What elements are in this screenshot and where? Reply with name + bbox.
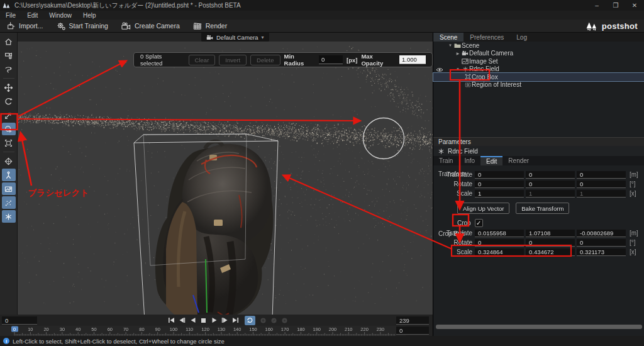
record-button-3[interactable] — [279, 316, 290, 325]
align-up-vector-button[interactable]: Align Up Vector — [457, 203, 509, 214]
camera-selector[interactable]: Default Camera ▾ — [201, 33, 269, 42]
maximize-icon[interactable]: ❐ — [606, 0, 625, 11]
create-camera-button[interactable]: Create Camera — [114, 20, 186, 33]
scale-x-input[interactable] — [475, 190, 524, 198]
svg-text:230: 230 — [377, 326, 385, 332]
crop-rotate-z-input[interactable] — [577, 239, 626, 247]
rotate-y-input[interactable] — [526, 181, 575, 188]
loop-toggle[interactable] — [245, 316, 255, 325]
camera-selector-label: Default Camera — [216, 34, 258, 41]
tree-node-rdnc-field[interactable]: ▼ Rdnc Field — [433, 65, 644, 74]
menu-help[interactable]: Help — [77, 11, 102, 20]
tree-node-region-of-interest[interactable]: Region of Interest — [433, 81, 644, 89]
edit-tab-body: Transform Translate [m] Rotate [°] Scal — [433, 165, 644, 256]
import-button[interactable]: Import... — [0, 20, 50, 33]
show-splats-toggle[interactable] — [2, 210, 16, 223]
tab-train[interactable]: Train — [433, 156, 458, 165]
menu-file[interactable]: File — [0, 11, 21, 20]
crop-checkbox[interactable]: ✓ — [475, 219, 483, 227]
crop-translate-z-input[interactable] — [577, 230, 626, 237]
tab-log[interactable]: Log — [510, 33, 533, 42]
crop-scale-z-input[interactable] — [577, 248, 626, 256]
camera-icon — [461, 50, 469, 56]
tab-render[interactable]: Render — [502, 156, 535, 165]
crop-translate-x-input[interactable] — [475, 230, 524, 237]
status-bar: i Left-Click to select, Shift+Left-Click… — [0, 336, 644, 346]
brush-select-tool[interactable] — [2, 123, 16, 135]
play-reverse-button[interactable] — [187, 316, 198, 325]
scale-z-input[interactable] — [577, 190, 626, 198]
svg-text:90: 90 — [155, 326, 160, 332]
wireframe-toggle[interactable] — [2, 155, 16, 167]
tree-node-image-set[interactable]: Image Set — [433, 57, 644, 65]
scale-tool[interactable] — [2, 109, 16, 121]
clear-button[interactable]: Clear — [189, 55, 216, 65]
record-button-1[interactable] — [258, 316, 269, 325]
move-tool[interactable] — [2, 81, 16, 94]
main-toolbar: Import... Start Training Create Camera R… — [0, 20, 644, 33]
start-training-button[interactable]: Start Training — [50, 20, 114, 33]
translate-z-input[interactable] — [577, 171, 626, 179]
movie-camera-icon — [121, 21, 131, 31]
camera-icon — [206, 35, 213, 40]
rotate-x-input[interactable] — [475, 181, 524, 188]
crop-rotate-y-input[interactable] — [526, 239, 575, 247]
record-button-2[interactable] — [269, 316, 279, 325]
tab-preferences[interactable]: Preferences — [464, 33, 510, 42]
timeline-ruler[interactable]: 0102030405060708090100110120130140150160… — [0, 326, 406, 336]
tab-edit[interactable]: Edit — [480, 156, 502, 165]
invert-button[interactable]: Invert — [219, 55, 247, 65]
crop-scale-x-input[interactable] — [475, 248, 524, 256]
crop-rotate-x-input[interactable] — [475, 239, 524, 247]
rotate-z-input[interactable] — [577, 181, 626, 188]
translate-y-input[interactable] — [526, 171, 575, 179]
loop-frame-input[interactable] — [396, 326, 429, 335]
stop-button[interactable] — [198, 316, 209, 325]
close-icon[interactable]: ✕ — [625, 0, 644, 11]
splat-edit-toolbar: 0 Splats selected Clear Invert Delete Mi… — [133, 52, 433, 67]
step-forward-button[interactable] — [219, 316, 230, 325]
show-cameras-toggle[interactable] — [2, 169, 16, 181]
viewport-3d[interactable]: 0 Splats selected Clear Invert Delete Mi… — [18, 42, 433, 315]
bake-transform-button[interactable]: Bake Transform — [516, 203, 569, 214]
crop-scale-y-input[interactable] — [526, 248, 575, 256]
move-icon — [4, 84, 13, 92]
visibility-eye-icon[interactable] — [436, 67, 443, 74]
end-frame-input[interactable] — [396, 316, 429, 325]
show-points-toggle[interactable] — [2, 196, 16, 209]
min-radius-input[interactable] — [319, 55, 343, 64]
parameters-node-row: Rdnc Field — [433, 146, 644, 156]
menu-window[interactable]: Window — [43, 11, 77, 20]
tree-node-crop-box[interactable]: Crop Box — [433, 73, 644, 81]
scale-y-input[interactable] — [526, 190, 575, 198]
crop-translate-y-input[interactable] — [526, 230, 575, 237]
skip-to-end-button[interactable] — [230, 316, 241, 325]
box-select-tool[interactable] — [2, 137, 16, 149]
tab-info[interactable]: Info — [458, 156, 480, 165]
gears-icon — [56, 21, 66, 31]
render-button[interactable]: Render — [186, 20, 233, 33]
menu-edit[interactable]: Edit — [21, 11, 43, 20]
skip-to-start-button[interactable] — [166, 316, 177, 325]
home-view-tool[interactable] — [2, 35, 16, 48]
svg-text:10: 10 — [28, 326, 33, 332]
panel-horizontal-scrollbar[interactable] — [436, 325, 642, 329]
splat-node-icon — [461, 66, 469, 72]
translate-x-input[interactable] — [475, 171, 524, 179]
tree-node-scene[interactable]: ▼ Scene — [433, 42, 644, 50]
show-images-toggle[interactable] — [2, 182, 16, 195]
crop-box-translate-row: Translate [m] — [433, 229, 644, 237]
max-opacity-input[interactable] — [399, 55, 426, 64]
tab-scene[interactable]: Scene — [433, 33, 464, 42]
play-button[interactable] — [209, 316, 219, 325]
current-frame-input[interactable] — [2, 316, 37, 325]
rotate-tool[interactable] — [2, 95, 16, 108]
camera-view-tool[interactable] — [2, 49, 16, 62]
rail-separator — [3, 152, 14, 152]
tree-node-default-camera[interactable]: ▶ Default Camera — [433, 50, 644, 58]
lasso-select-tool[interactable] — [2, 63, 16, 75]
minimize-icon[interactable]: – — [587, 0, 606, 11]
step-back-button[interactable] — [177, 316, 187, 325]
delete-button[interactable]: Delete — [250, 55, 280, 65]
rotate-icon — [4, 98, 13, 106]
